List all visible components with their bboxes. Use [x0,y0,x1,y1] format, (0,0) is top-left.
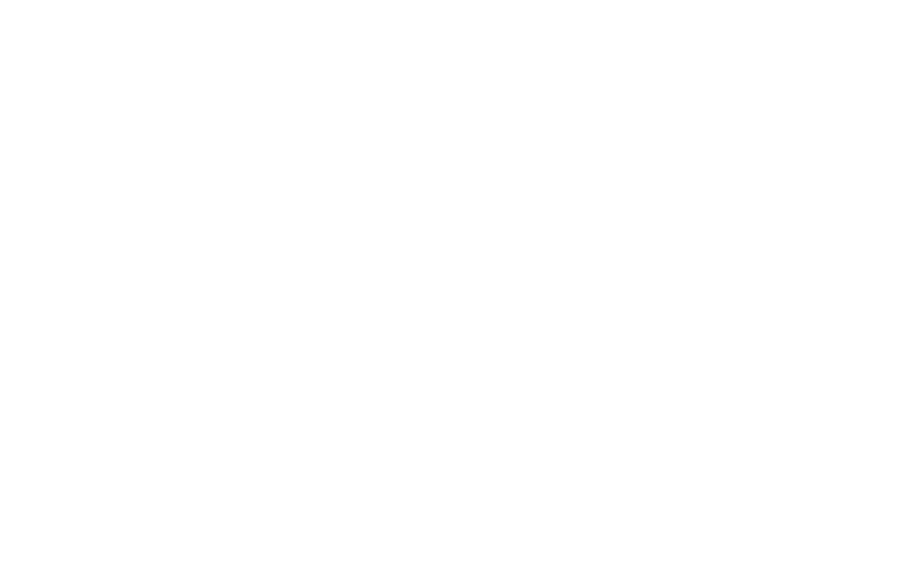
org-chart [0,0,924,571]
